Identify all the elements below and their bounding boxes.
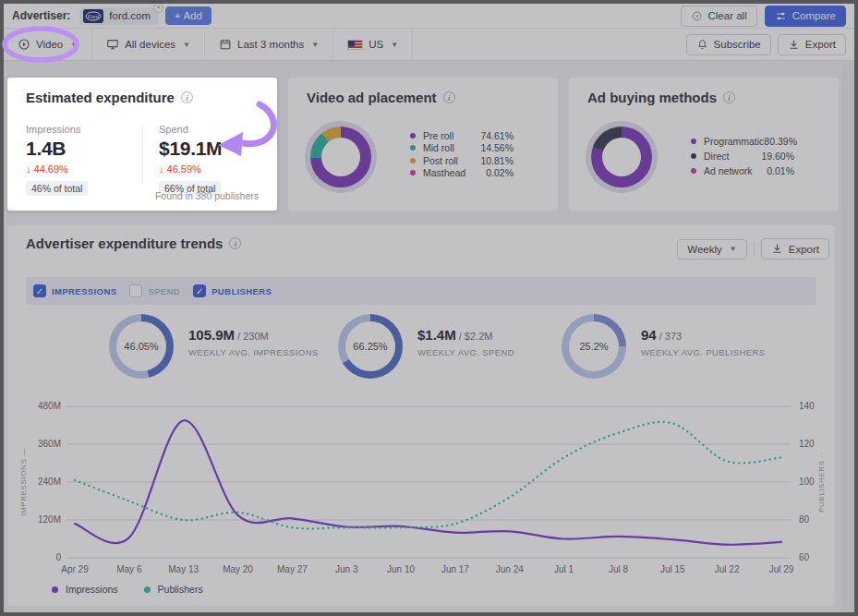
legend-dot <box>410 145 416 151</box>
chevron-down-icon: ▼ <box>391 41 398 49</box>
spend-stat: Spend $19.1M ↓ 46.59% 66% of total <box>159 124 222 196</box>
spend-gauge: 66.25% <box>338 314 403 379</box>
svg-text:Jun 24: Jun 24 <box>496 564 524 574</box>
bell-icon <box>696 39 708 51</box>
spend-change: ↓ 46.59% <box>159 163 222 175</box>
card-title: Video ad placement <box>307 90 437 105</box>
svg-text:Jul 15: Jul 15 <box>660 564 685 574</box>
impressions-value: 1.4B <box>26 138 88 160</box>
info-icon[interactable]: i <box>229 237 241 249</box>
legend-dot <box>410 158 416 163</box>
divider <box>754 242 755 257</box>
divider <box>142 126 143 183</box>
remove-advertiser-icon[interactable]: × <box>153 4 163 13</box>
svg-text:Jun 3: Jun 3 <box>335 564 358 574</box>
svg-text:IMPRESSIONS —: IMPRESSIONS — <box>19 448 28 516</box>
us-flag-icon <box>347 40 363 50</box>
buying-methods-donut-chart <box>586 121 658 193</box>
weekly-average-gauges: 46.05% 105.9M / 230M WEEKLY AVG. IMPRESS… <box>7 314 835 384</box>
impressions-checkbox[interactable]: ✓ IMPRESSIONS <box>33 284 116 297</box>
legend-item-impressions[interactable]: Impressions <box>52 584 118 595</box>
legend-dot <box>144 586 151 593</box>
summary-cards-row: Estimated expenditurei Impressions 1.4B … <box>7 78 851 211</box>
chevron-down-icon: ▼ <box>311 41 319 49</box>
publishers-footnote: Found in 380 publishers <box>155 190 259 201</box>
svg-text:120: 120 <box>799 439 815 449</box>
buying-legend: Programmatic80.39% Direct19.60% Ad netwo… <box>691 134 794 178</box>
clear-all-button[interactable]: Clear all <box>681 6 757 27</box>
compare-sliders-icon <box>775 10 787 22</box>
svg-text:PUBLISHERS ··: PUBLISHERS ·· <box>817 452 826 513</box>
impressions-change: ↓ 44.69% <box>26 163 88 175</box>
legend-dot <box>691 168 696 174</box>
publishers-gauge-stats: 94 / 373 WEEKLY AVG. PUBLISHERS <box>641 327 765 357</box>
svg-text:Jun 17: Jun 17 <box>441 564 469 574</box>
impressions-gauge-stats: 105.9M / 230M WEEKLY AVG. IMPRESSIONS <box>188 327 319 357</box>
legend-item: Masthead0.02% <box>410 167 514 180</box>
video-play-icon <box>18 38 30 51</box>
advertiser-chip-label: ford.com <box>109 10 151 21</box>
checkbox-icon: ✓ <box>33 284 46 297</box>
legend-dot <box>52 586 58 593</box>
spend-gauge-stats: $1.4M / $2.2M WEEKLY AVG. SPEND <box>417 327 514 357</box>
info-icon[interactable]: i <box>443 91 455 103</box>
estimated-expenditure-card: Estimated expenditurei Impressions 1.4B … <box>7 78 277 211</box>
impressions-share-badge: 46% of total <box>26 181 88 196</box>
section-title: Advertiser expenditure trends <box>26 236 223 251</box>
scrollbar[interactable] <box>841 62 853 612</box>
devices-icon <box>106 38 119 51</box>
checkbox-icon: ✓ <box>129 284 142 297</box>
ford-logo-icon: Ford <box>83 9 103 23</box>
info-icon[interactable]: i <box>181 91 193 103</box>
subscribe-button[interactable]: Subscribe <box>686 34 771 55</box>
chevron-down-icon: ▼ <box>730 245 737 253</box>
svg-text:Jul 8: Jul 8 <box>609 564 629 574</box>
info-icon[interactable]: i <box>723 91 735 103</box>
svg-text:Jul 1: Jul 1 <box>554 564 574 574</box>
video-placement-donut-chart <box>305 121 377 193</box>
clear-circle-icon <box>691 10 703 22</box>
legend-item-publishers[interactable]: Publishers <box>144 584 203 595</box>
top-bar: Advertiser: Ford ford.com × + Add Clear … <box>4 4 854 29</box>
add-advertiser-button[interactable]: + Add <box>165 6 211 25</box>
interval-dropdown[interactable]: Weekly▼ <box>677 239 746 260</box>
svg-text:80: 80 <box>799 514 810 525</box>
svg-text:140: 140 <box>799 401 815 411</box>
compare-button[interactable]: Compare <box>765 6 846 27</box>
advertiser-label: Advertiser: <box>12 9 70 22</box>
video-ad-placement-card: Video ad placementi Pre roll74.61% Mid r… <box>288 78 558 211</box>
svg-text:480M: 480M <box>38 401 61 411</box>
series-toggle-strip: ✓ IMPRESSIONS ✓ SPEND ✓ PUBLISHERS <box>26 277 816 305</box>
svg-text:Jul 22: Jul 22 <box>715 564 740 574</box>
checkbox-icon: ✓ <box>193 284 206 297</box>
media-type-dropdown[interactable]: Video▼ <box>4 29 92 60</box>
devices-dropdown[interactable]: All devices▼ <box>92 29 205 60</box>
svg-text:Ford: Ford <box>88 13 100 18</box>
country-dropdown[interactable]: US▼ <box>333 29 413 60</box>
advertiser-chip[interactable]: Ford ford.com × <box>79 7 158 25</box>
date-range-dropdown[interactable]: Last 3 months▼ <box>205 29 333 60</box>
chart-legend: Impressions Publishers <box>52 584 203 595</box>
legend-dot <box>691 153 696 159</box>
svg-text:May 13: May 13 <box>168 564 199 574</box>
svg-text:0: 0 <box>55 552 61 562</box>
legend-dot <box>691 139 696 144</box>
export-button[interactable]: Export <box>778 34 846 55</box>
card-title: Ad buying methods <box>587 90 717 105</box>
expenditure-trend-line-chart: 480M140360M120240M100120M80060Apr 29May … <box>7 392 835 580</box>
svg-text:360M: 360M <box>38 439 61 449</box>
download-icon <box>771 243 783 255</box>
trends-export-button[interactable]: Export <box>761 238 829 260</box>
spend-checkbox[interactable]: ✓ SPEND <box>129 284 180 297</box>
impressions-gauge: 46.05% <box>109 314 174 379</box>
legend-item: Direct19.60% <box>691 149 794 163</box>
svg-text:May 20: May 20 <box>223 564 253 574</box>
publishers-checkbox[interactable]: ✓ PUBLISHERS <box>193 284 272 297</box>
filter-bar: Video▼ All devices▼ Last 3 months▼ US▼ S… <box>4 29 854 61</box>
publishers-gauge: 25.2% <box>562 314 626 379</box>
chevron-down-icon: ▼ <box>70 41 78 49</box>
card-title: Estimated expenditure <box>26 90 175 105</box>
svg-text:60: 60 <box>799 552 810 562</box>
svg-text:May 27: May 27 <box>277 564 308 574</box>
legend-dot <box>410 170 416 175</box>
